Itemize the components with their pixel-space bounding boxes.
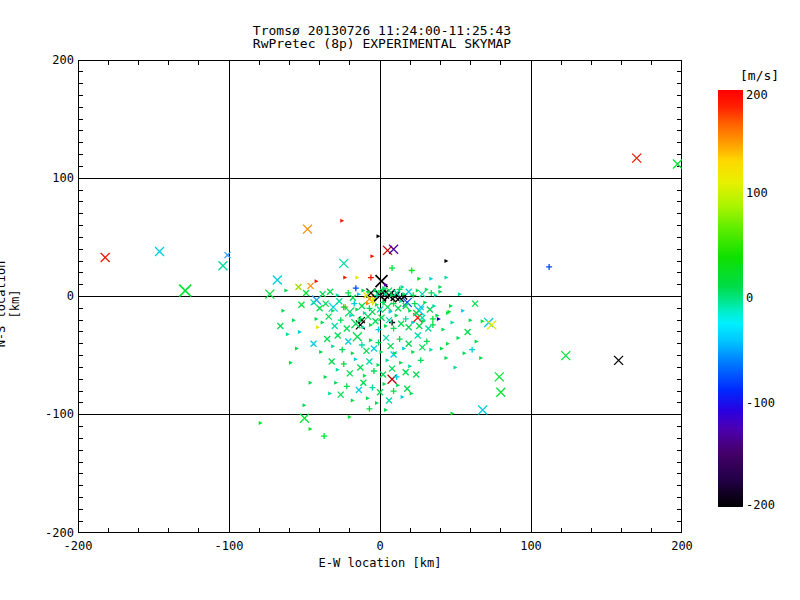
scatter-point xyxy=(317,305,323,311)
scatter-point xyxy=(369,338,373,342)
scatter-point xyxy=(303,403,307,407)
scatter-point xyxy=(384,408,388,412)
scatter-point xyxy=(224,252,230,258)
scatter-point xyxy=(396,383,400,387)
scatter-point xyxy=(481,319,485,323)
scatter-point xyxy=(410,391,414,395)
scatter-point xyxy=(413,310,419,316)
scatter-point xyxy=(354,357,358,361)
scatter-point xyxy=(469,318,473,322)
scatter-point xyxy=(363,374,367,378)
scatter-point xyxy=(423,300,427,304)
scatter-point xyxy=(391,388,397,394)
scatter-point xyxy=(327,289,333,295)
scatter-point xyxy=(546,264,552,270)
scatter-point xyxy=(440,347,444,351)
skymap-window: Tromsø 20130726 11:24:00-11:25:43 RwPret… xyxy=(0,0,800,600)
velocity-colorbar xyxy=(718,90,743,507)
scatter-point xyxy=(441,328,445,332)
scatter-point xyxy=(336,298,342,304)
scatter-point xyxy=(383,246,392,255)
scatter-point xyxy=(355,308,359,312)
scatter-point xyxy=(465,329,471,335)
scatter-point xyxy=(472,301,478,307)
scatter-point xyxy=(321,433,327,439)
scatter-point xyxy=(458,292,462,296)
scatter-point xyxy=(339,347,345,353)
scatter-point xyxy=(386,288,392,294)
scatter-point xyxy=(369,323,373,327)
colorbar-tick-label: -200 xyxy=(746,499,790,511)
scatter-point xyxy=(395,305,401,311)
scatter-point xyxy=(326,314,332,320)
scatter-point xyxy=(437,317,441,321)
scatter-point xyxy=(343,276,347,280)
scatter-point xyxy=(369,385,375,391)
colorbar-unit-label: [m/s] xyxy=(740,68,790,83)
scatter-point xyxy=(371,346,377,352)
scatter-point xyxy=(469,347,475,353)
scatter-point xyxy=(366,396,370,400)
scatter-point xyxy=(179,285,191,297)
scatter-point xyxy=(338,392,344,398)
x-tick-label: 0 xyxy=(350,540,410,552)
scatter-point xyxy=(340,219,344,223)
scatter-point xyxy=(371,368,377,374)
scatter-point xyxy=(424,338,430,344)
scatter-point xyxy=(401,395,405,399)
scatter-point xyxy=(408,364,412,368)
plot-title-line2: RwPretec (8p) EXPERIMENTAL SKYMAP xyxy=(0,37,782,50)
scatter-point xyxy=(391,325,397,331)
scatter-point xyxy=(329,359,335,365)
scatter-point xyxy=(360,380,366,386)
colorbar-tick-label: 0 xyxy=(746,292,790,304)
scatter-point xyxy=(430,322,436,328)
scatter-point xyxy=(328,391,332,395)
scatter-point xyxy=(416,289,420,293)
scatter-point xyxy=(350,295,356,301)
scatter-point xyxy=(427,307,433,313)
scatter-point xyxy=(303,290,309,296)
scatter-point xyxy=(475,339,479,343)
scatter-point xyxy=(351,399,355,403)
scatter-point xyxy=(389,245,398,254)
scatter-point xyxy=(398,321,404,327)
scatter-point xyxy=(384,324,388,328)
scatter-point xyxy=(383,382,387,386)
scatter-point xyxy=(361,289,365,293)
scatter-point xyxy=(397,336,403,342)
colorbar-tick-label: 200 xyxy=(746,89,790,101)
x-tick-label: -200 xyxy=(48,540,108,552)
scatter-point xyxy=(435,313,439,317)
scatter-point xyxy=(425,325,431,331)
scatter-point xyxy=(366,406,372,412)
scatter-point xyxy=(406,324,412,330)
scatter-point xyxy=(379,315,385,321)
scatter-point xyxy=(286,332,290,336)
scatter-point xyxy=(332,323,338,329)
scatter-point xyxy=(351,351,355,355)
scatter-point xyxy=(344,325,350,331)
scatter-point xyxy=(351,301,357,307)
scatter-point xyxy=(344,383,350,389)
scatter-point xyxy=(438,290,442,294)
scatter-point xyxy=(413,372,419,378)
scatter-point xyxy=(449,304,453,308)
scatter-point xyxy=(375,401,379,405)
scatter-point xyxy=(403,369,409,375)
scatter-point xyxy=(323,301,329,307)
scatter-point xyxy=(324,336,330,342)
scatter-point xyxy=(404,386,410,392)
scatter-point xyxy=(284,289,288,293)
scatter-point xyxy=(336,368,340,372)
scatter-point xyxy=(430,316,436,322)
scatter-point xyxy=(355,276,359,280)
scatter-point xyxy=(429,348,433,352)
plot-area xyxy=(78,60,682,533)
scatter-point xyxy=(259,421,263,425)
scatter-point xyxy=(479,356,483,360)
scatter-point xyxy=(429,277,433,281)
scatter-point xyxy=(401,285,405,289)
scatter-point xyxy=(101,253,110,262)
scatter-point xyxy=(375,303,379,307)
